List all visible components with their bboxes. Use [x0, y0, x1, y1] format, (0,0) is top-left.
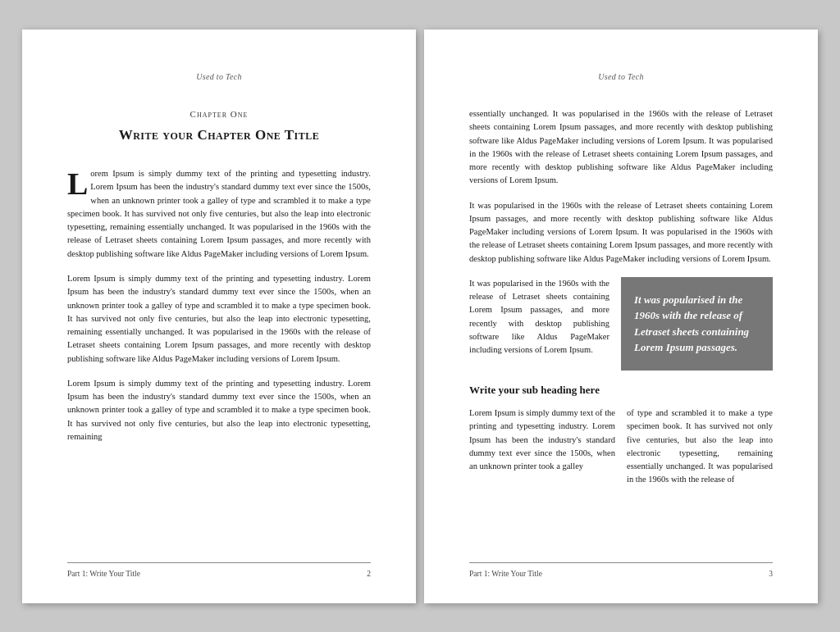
two-col-section: Lorem Ipsum is simply dummy text of the … — [469, 407, 773, 487]
right-footer-text: Part 1: Write Your Title — [469, 568, 542, 580]
drop-cap-letter: L — [67, 167, 90, 196]
pull-quote: It was popularised in the 1960s with the… — [621, 277, 773, 371]
right-para-2: It was popularised in the 1960s with the… — [469, 199, 773, 266]
left-footer-text: Part 1: Write Your Title — [67, 568, 140, 580]
right-page-header: Used to Tech — [469, 70, 773, 84]
two-col-right: of type and scrambled it to make a type … — [627, 407, 773, 487]
pages-container: Used to Tech Chapter One Write your Chap… — [22, 30, 818, 603]
left-para-3: Lorem Ipsum is simply dummy text of the … — [67, 377, 371, 443]
drop-cap-paragraph: L orem Ipsum is simply dummy text of the… — [67, 167, 371, 261]
right-page-number: 3 — [769, 568, 773, 580]
right-page-footer: Part 1: Write Your Title 3 — [469, 562, 773, 580]
right-page: Used to Tech essentially unchanged. It w… — [424, 30, 818, 603]
left-page-number: 2 — [367, 568, 371, 580]
left-para-2: Lorem Ipsum is simply dummy text of the … — [67, 272, 371, 366]
chapter-title: Write your Chapter One Title — [67, 126, 371, 144]
pull-quote-section: It was popularised in the 1960s with the… — [469, 277, 773, 379]
left-page-footer: Part 1: Write Your Title 2 — [67, 562, 371, 580]
left-page-header: Used to Tech — [67, 70, 371, 84]
drop-cap-para-text: orem Ipsum is simply dummy text of the p… — [67, 169, 371, 258]
left-page: Used to Tech Chapter One Write your Chap… — [22, 30, 416, 603]
sub-heading: Write your sub heading here — [469, 382, 773, 398]
chapter-label: Chapter One — [67, 107, 371, 121]
two-col-left: Lorem Ipsum is simply dummy text of the … — [469, 407, 615, 487]
right-para-1: essentially unchanged. It was popularise… — [469, 107, 773, 188]
